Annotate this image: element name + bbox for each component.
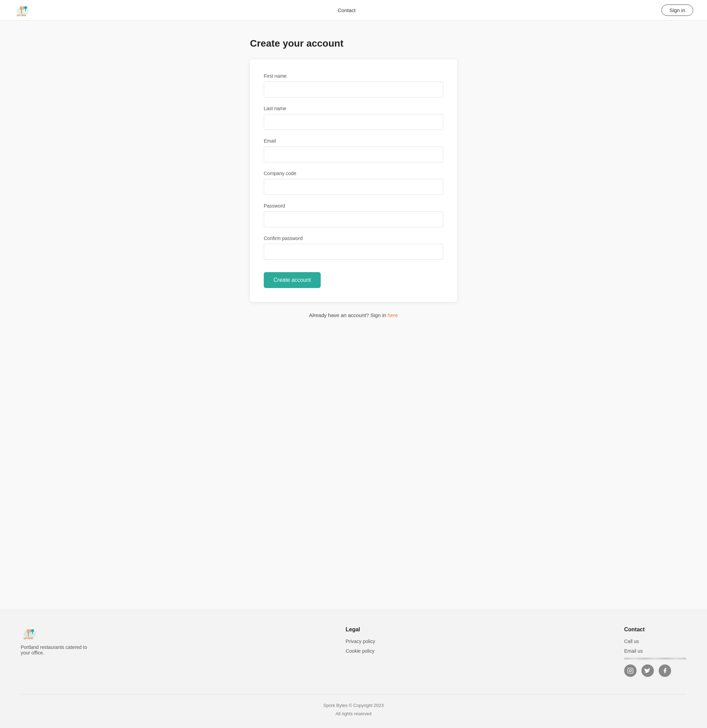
svg-rect-14	[28, 632, 29, 637]
password-group: Password	[264, 203, 443, 227]
logo[interactable]: SPORK	[14, 3, 32, 17]
email-label: Email	[264, 138, 443, 144]
last-name-group: Last name	[264, 106, 443, 130]
list-item: Cookie policy	[346, 648, 375, 654]
twitter-icon[interactable]	[641, 664, 654, 677]
footer-contact-list: Call us Email us	[624, 638, 686, 654]
logo-icon: SPORK	[14, 3, 32, 17]
email-group: Email	[264, 138, 443, 162]
company-code-input[interactable]	[264, 179, 443, 195]
svg-text:SPORK: SPORK	[23, 637, 33, 640]
list-item: Call us	[624, 638, 686, 644]
signin-here-link[interactable]: here	[388, 312, 398, 318]
footer-tagline: Portland restaurants catered to your off…	[21, 644, 97, 656]
main-content: Create your account First name Last name…	[0, 21, 707, 609]
footer-brand: SPORK Portland restaurants catered to yo…	[21, 627, 97, 656]
first-name-label: First name	[264, 73, 443, 79]
contact-nav-link[interactable]: Contact	[338, 7, 356, 13]
password-label: Password	[264, 203, 443, 209]
confirm-password-label: Confirm password	[264, 235, 443, 241]
first-name-group: First name	[264, 73, 443, 97]
footer-top: SPORK Portland restaurants catered to yo…	[21, 627, 686, 677]
footer-rights: All rights reserved	[21, 710, 686, 718]
footer-contact-section: Contact Call us Email us	[624, 627, 686, 677]
footer-legal-list: Privacy policy Cookie policy	[346, 638, 375, 654]
nav-center: Contact	[32, 7, 661, 13]
svg-rect-3	[23, 6, 23, 10]
svg-rect-9	[27, 629, 27, 633]
registration-form: First name Last name Email Company code …	[264, 73, 443, 288]
last-name-input[interactable]	[264, 114, 443, 130]
confirm-password-group: Confirm password	[264, 235, 443, 260]
footer-contact-heading: Contact	[624, 627, 686, 633]
signin-prompt: Already have an account? Sign in here	[309, 312, 398, 318]
svg-text:SPORK: SPORK	[17, 14, 27, 17]
footer-social-icons	[624, 664, 686, 677]
svg-rect-16	[628, 668, 633, 673]
confirm-password-input[interactable]	[264, 244, 443, 260]
email-input[interactable]	[264, 146, 443, 162]
list-item: Privacy policy	[346, 638, 375, 644]
footer-legal-heading: Legal	[346, 627, 375, 633]
company-code-group: Company code	[264, 170, 443, 195]
privacy-policy-link[interactable]: Privacy policy	[346, 638, 375, 644]
svg-rect-1	[20, 6, 21, 10]
signin-prompt-text: Already have an account? Sign in	[309, 312, 388, 318]
password-input[interactable]	[264, 211, 443, 227]
call-us-link[interactable]: Call us	[624, 638, 639, 644]
last-name-label: Last name	[264, 106, 443, 111]
company-code-label: Company code	[264, 170, 443, 176]
svg-rect-5	[25, 8, 26, 11]
create-account-button[interactable]: Create account	[264, 272, 321, 288]
registration-form-card: First name Last name Email Company code …	[250, 59, 457, 302]
first-name-input[interactable]	[264, 81, 443, 97]
list-item: Email us	[624, 648, 686, 654]
navbar: SPORK Contact Sign in	[0, 0, 707, 21]
svg-rect-13	[32, 631, 33, 634]
email-us-link[interactable]: Email us	[624, 648, 643, 654]
instagram-icon[interactable]	[624, 664, 636, 677]
footer-legal-section: Legal Privacy policy Cookie policy	[346, 627, 375, 657]
footer-bottom: Spork Bytes © Copyright 2023 All rights …	[21, 694, 686, 718]
cookie-policy-link[interactable]: Cookie policy	[346, 648, 374, 654]
svg-point-18	[631, 669, 632, 670]
svg-rect-11	[30, 629, 30, 633]
footer-logo-icon: SPORK	[21, 627, 39, 640]
sign-in-button[interactable]: Sign in	[661, 4, 693, 16]
facebook-icon[interactable]	[659, 664, 671, 677]
social-bar-decoration	[624, 657, 686, 660]
footer-copyright: Spork Bytes © Copyright 2023	[21, 701, 686, 709]
svg-rect-6	[21, 9, 22, 14]
footer: SPORK Portland restaurants catered to yo…	[0, 609, 707, 728]
svg-point-17	[629, 670, 631, 672]
page-title: Create your account	[250, 38, 457, 49]
